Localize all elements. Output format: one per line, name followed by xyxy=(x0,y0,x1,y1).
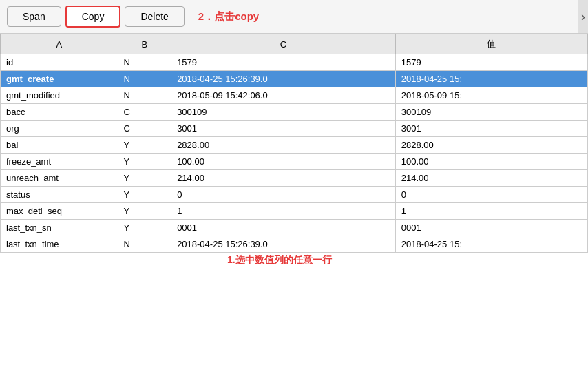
copy-button[interactable]: Copy xyxy=(65,6,121,28)
span-button[interactable]: Span xyxy=(7,6,61,27)
cell-a: max_detl_seq xyxy=(1,203,118,220)
cell-b: N xyxy=(118,54,171,71)
cell-val: 214.00 xyxy=(395,170,587,187)
cell-a: gmt_create xyxy=(1,71,118,87)
table-row[interactable]: orgC30013001 xyxy=(1,121,588,137)
col-header-c: C xyxy=(171,34,396,54)
cell-val: 3001 xyxy=(395,121,587,137)
col-header-b: B xyxy=(118,34,171,54)
cell-c: 2018-05-09 15:42:06.0 xyxy=(171,87,396,104)
table-row[interactable]: last_txn_snY00010001 xyxy=(1,220,588,236)
toolbar: Span Copy Delete 2．点击copy › xyxy=(0,0,588,34)
cell-a: org xyxy=(1,121,118,137)
cell-a: gmt_modified xyxy=(1,87,118,104)
delete-button[interactable]: Delete xyxy=(125,6,184,27)
cell-c: 3001 xyxy=(171,121,396,137)
table-body: idN15791579gmt_createN2018-04-25 15:26:3… xyxy=(1,54,588,253)
cell-a: id xyxy=(1,54,118,71)
cell-c: 2018-04-25 15:26:39.0 xyxy=(171,71,396,87)
cell-val: 1 xyxy=(395,203,587,220)
cell-b: N xyxy=(118,71,171,87)
cell-a: last_txn_sn xyxy=(1,220,118,236)
table-container: A B C 值 idN15791579gmt_createN2018-04-25… xyxy=(0,34,588,365)
table-row[interactable]: gmt_modifiedN2018-05-09 15:42:06.02018-0… xyxy=(1,87,588,104)
cell-b: N xyxy=(118,87,171,104)
cell-c: 1 xyxy=(171,203,396,220)
cell-a: bal xyxy=(1,137,118,154)
cell-c: 100.00 xyxy=(171,154,396,170)
cell-b: Y xyxy=(118,203,171,220)
cell-a: status xyxy=(1,187,118,203)
cell-b: Y xyxy=(118,154,171,170)
cell-b: C xyxy=(118,121,171,137)
cell-c: 2018-04-25 15:26:39.0 xyxy=(171,236,396,253)
cell-c: 0001 xyxy=(171,220,396,236)
cell-val: 2828.00 xyxy=(395,137,587,154)
cell-val: 300109 xyxy=(395,104,587,121)
data-table: A B C 值 idN15791579gmt_createN2018-04-25… xyxy=(0,34,588,253)
annotation-label: 1.选中数值列的任意一行 xyxy=(227,254,332,267)
col-header-val: 值 xyxy=(395,34,587,54)
table-header-row: A B C 值 xyxy=(1,34,588,54)
table-row[interactable]: last_txn_timeN2018-04-25 15:26:39.02018-… xyxy=(1,236,588,253)
table-row[interactable]: unreach_amtY214.00214.00 xyxy=(1,170,588,187)
table-row[interactable]: balY2828.002828.00 xyxy=(1,137,588,154)
cell-val: 1579 xyxy=(395,54,587,71)
cell-b: N xyxy=(118,236,171,253)
cell-c: 0 xyxy=(171,187,396,203)
cell-b: Y xyxy=(118,137,171,154)
cell-val: 2018-04-25 15: xyxy=(395,71,587,87)
instruction-label: 2．点击copy xyxy=(198,10,259,23)
col-header-a: A xyxy=(1,34,118,54)
table-row[interactable]: gmt_createN2018-04-25 15:26:39.02018-04-… xyxy=(1,71,588,87)
cell-a: unreach_amt xyxy=(1,170,118,187)
cell-val: 0001 xyxy=(395,220,587,236)
cell-a: freeze_amt xyxy=(1,154,118,170)
cell-a: bacc xyxy=(1,104,118,121)
cell-a: last_txn_time xyxy=(1,236,118,253)
cell-b: Y xyxy=(118,187,171,203)
table-row[interactable]: idN15791579 xyxy=(1,54,588,71)
app-container: Span Copy Delete 2．点击copy › A B C 值 idN1… xyxy=(0,0,588,365)
cell-val: 100.00 xyxy=(395,154,587,170)
cell-c: 1579 xyxy=(171,54,396,71)
cell-val: 2018-05-09 15: xyxy=(395,87,587,104)
cell-b: Y xyxy=(118,220,171,236)
cell-b: Y xyxy=(118,170,171,187)
table-row[interactable]: freeze_amtY100.00100.00 xyxy=(1,154,588,170)
cell-c: 214.00 xyxy=(171,170,396,187)
table-row[interactable]: baccC300109300109 xyxy=(1,104,588,121)
cell-c: 2828.00 xyxy=(171,137,396,154)
cell-c: 300109 xyxy=(171,104,396,121)
scroll-right-indicator[interactable]: › xyxy=(578,0,588,33)
table-row[interactable]: max_detl_seqY11 xyxy=(1,203,588,220)
cell-b: C xyxy=(118,104,171,121)
cell-val: 2018-04-25 15: xyxy=(395,236,587,253)
cell-val: 0 xyxy=(395,187,587,203)
table-row[interactable]: statusY00 xyxy=(1,187,588,203)
